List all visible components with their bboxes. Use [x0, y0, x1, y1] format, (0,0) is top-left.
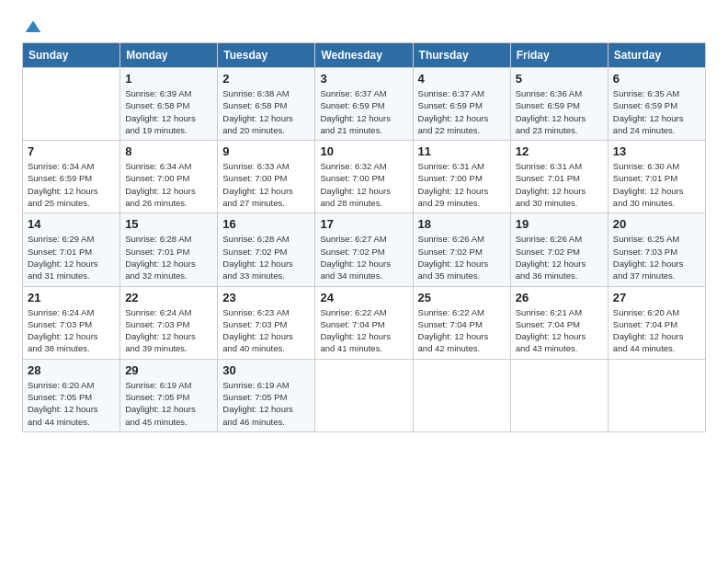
day-info: Sunrise: 6:20 AM Sunset: 7:04 PM Dayligh…: [613, 306, 700, 355]
calendar-cell: 9Sunrise: 6:33 AM Sunset: 7:00 PM Daylig…: [218, 141, 315, 213]
calendar-week-1: 1Sunrise: 6:39 AM Sunset: 6:58 PM Daylig…: [23, 68, 706, 141]
day-info: Sunrise: 6:23 AM Sunset: 7:03 PM Dayligh…: [222, 306, 310, 355]
day-info: Sunrise: 6:29 AM Sunset: 7:01 PM Dayligh…: [28, 233, 115, 282]
calendar-cell: 26Sunrise: 6:21 AM Sunset: 7:04 PM Dayli…: [510, 286, 608, 359]
calendar-cell: [608, 359, 705, 431]
day-number: 12: [516, 144, 603, 158]
day-number: 15: [125, 217, 212, 231]
day-info: Sunrise: 6:36 AM Sunset: 6:59 PM Dayligh…: [516, 87, 603, 136]
header-monday: Monday: [120, 43, 218, 68]
calendar-cell: 5Sunrise: 6:36 AM Sunset: 6:59 PM Daylig…: [510, 68, 608, 141]
calendar-week-2: 7Sunrise: 6:34 AM Sunset: 6:59 PM Daylig…: [23, 141, 706, 213]
day-number: 11: [418, 144, 506, 158]
day-number: 14: [28, 217, 115, 231]
day-number: 26: [516, 291, 603, 304]
day-number: 25: [418, 291, 506, 304]
day-info: Sunrise: 6:37 AM Sunset: 6:59 PM Dayligh…: [320, 87, 407, 136]
logo-icon: [24, 18, 42, 37]
day-info: Sunrise: 6:25 AM Sunset: 7:03 PM Dayligh…: [613, 233, 700, 282]
day-number: 21: [28, 291, 115, 304]
calendar-cell: 15Sunrise: 6:28 AM Sunset: 7:01 PM Dayli…: [120, 213, 218, 286]
day-info: Sunrise: 6:35 AM Sunset: 6:59 PM Dayligh…: [613, 87, 700, 136]
day-number: 19: [516, 217, 603, 231]
header-friday: Friday: [510, 43, 608, 68]
day-number: 13: [613, 144, 700, 158]
calendar-cell: 1Sunrise: 6:39 AM Sunset: 6:58 PM Daylig…: [120, 68, 218, 141]
day-number: 1: [125, 72, 212, 86]
header-tuesday: Tuesday: [218, 43, 315, 68]
calendar-cell: 19Sunrise: 6:26 AM Sunset: 7:02 PM Dayli…: [510, 213, 608, 286]
day-info: Sunrise: 6:21 AM Sunset: 7:04 PM Dayligh…: [516, 306, 603, 355]
calendar-table: SundayMondayTuesdayWednesdayThursdayFrid…: [22, 42, 706, 432]
day-info: Sunrise: 6:22 AM Sunset: 7:04 PM Dayligh…: [320, 306, 407, 355]
day-info: Sunrise: 6:30 AM Sunset: 7:01 PM Dayligh…: [613, 160, 700, 209]
day-info: Sunrise: 6:39 AM Sunset: 6:58 PM Dayligh…: [125, 87, 212, 136]
day-number: 24: [320, 291, 407, 304]
calendar-cell: 30Sunrise: 6:19 AM Sunset: 7:05 PM Dayli…: [218, 359, 315, 431]
day-number: 5: [516, 72, 603, 86]
day-number: 28: [28, 363, 115, 377]
calendar-cell: 18Sunrise: 6:26 AM Sunset: 7:02 PM Dayli…: [413, 213, 510, 286]
header-sunday: Sunday: [23, 43, 120, 68]
calendar-cell: 28Sunrise: 6:20 AM Sunset: 7:05 PM Dayli…: [23, 359, 120, 431]
day-info: Sunrise: 6:38 AM Sunset: 6:58 PM Dayligh…: [222, 87, 310, 136]
day-number: 29: [125, 363, 212, 377]
header-thursday: Thursday: [413, 43, 510, 68]
logo: [22, 18, 42, 37]
header-wednesday: Wednesday: [315, 43, 413, 68]
day-number: 2: [222, 72, 310, 86]
day-number: 22: [125, 291, 212, 304]
calendar-cell: 23Sunrise: 6:23 AM Sunset: 7:03 PM Dayli…: [218, 286, 315, 359]
day-info: Sunrise: 6:33 AM Sunset: 7:00 PM Dayligh…: [222, 160, 310, 209]
day-info: Sunrise: 6:22 AM Sunset: 7:04 PM Dayligh…: [418, 306, 506, 355]
calendar-cell: 22Sunrise: 6:24 AM Sunset: 7:03 PM Dayli…: [120, 286, 218, 359]
day-number: 8: [125, 144, 212, 158]
calendar-cell: [510, 359, 608, 431]
calendar-cell: 21Sunrise: 6:24 AM Sunset: 7:03 PM Dayli…: [23, 286, 120, 359]
page-header: [22, 18, 706, 37]
calendar-cell: 2Sunrise: 6:38 AM Sunset: 6:58 PM Daylig…: [218, 68, 315, 141]
calendar-week-3: 14Sunrise: 6:29 AM Sunset: 7:01 PM Dayli…: [23, 213, 706, 286]
day-info: Sunrise: 6:19 AM Sunset: 7:05 PM Dayligh…: [125, 379, 212, 428]
day-info: Sunrise: 6:27 AM Sunset: 7:02 PM Dayligh…: [320, 233, 407, 282]
day-number: 16: [222, 217, 310, 231]
day-info: Sunrise: 6:32 AM Sunset: 7:00 PM Dayligh…: [320, 160, 407, 209]
day-number: 7: [28, 144, 115, 158]
calendar-cell: 6Sunrise: 6:35 AM Sunset: 6:59 PM Daylig…: [608, 68, 705, 141]
day-info: Sunrise: 6:26 AM Sunset: 7:02 PM Dayligh…: [418, 233, 506, 282]
calendar-cell: 17Sunrise: 6:27 AM Sunset: 7:02 PM Dayli…: [315, 213, 413, 286]
svg-marker-0: [26, 21, 41, 33]
day-info: Sunrise: 6:28 AM Sunset: 7:02 PM Dayligh…: [222, 233, 310, 282]
day-number: 10: [320, 144, 407, 158]
day-info: Sunrise: 6:24 AM Sunset: 7:03 PM Dayligh…: [28, 306, 115, 355]
calendar-cell: 11Sunrise: 6:31 AM Sunset: 7:00 PM Dayli…: [413, 141, 510, 213]
day-number: 30: [222, 363, 310, 377]
day-info: Sunrise: 6:31 AM Sunset: 7:00 PM Dayligh…: [418, 160, 506, 209]
calendar-cell: 10Sunrise: 6:32 AM Sunset: 7:00 PM Dayli…: [315, 141, 413, 213]
header-saturday: Saturday: [608, 43, 705, 68]
day-info: Sunrise: 6:34 AM Sunset: 6:59 PM Dayligh…: [28, 160, 115, 209]
calendar-cell: 16Sunrise: 6:28 AM Sunset: 7:02 PM Dayli…: [218, 213, 315, 286]
calendar-cell: 14Sunrise: 6:29 AM Sunset: 7:01 PM Dayli…: [23, 213, 120, 286]
calendar-cell: 20Sunrise: 6:25 AM Sunset: 7:03 PM Dayli…: [608, 213, 705, 286]
day-info: Sunrise: 6:24 AM Sunset: 7:03 PM Dayligh…: [125, 306, 212, 355]
calendar-cell: [23, 68, 120, 141]
day-info: Sunrise: 6:20 AM Sunset: 7:05 PM Dayligh…: [28, 379, 115, 428]
calendar-cell: [315, 359, 413, 431]
day-number: 4: [418, 72, 506, 86]
calendar-cell: 29Sunrise: 6:19 AM Sunset: 7:05 PM Dayli…: [120, 359, 218, 431]
day-number: 23: [222, 291, 310, 304]
calendar-week-4: 21Sunrise: 6:24 AM Sunset: 7:03 PM Dayli…: [23, 286, 706, 359]
calendar-cell: 4Sunrise: 6:37 AM Sunset: 6:59 PM Daylig…: [413, 68, 510, 141]
calendar-cell: [413, 359, 510, 431]
day-info: Sunrise: 6:37 AM Sunset: 6:59 PM Dayligh…: [418, 87, 506, 136]
day-number: 18: [418, 217, 506, 231]
calendar-cell: 8Sunrise: 6:34 AM Sunset: 7:00 PM Daylig…: [120, 141, 218, 213]
calendar-cell: 3Sunrise: 6:37 AM Sunset: 6:59 PM Daylig…: [315, 68, 413, 141]
calendar-cell: 25Sunrise: 6:22 AM Sunset: 7:04 PM Dayli…: [413, 286, 510, 359]
day-info: Sunrise: 6:34 AM Sunset: 7:00 PM Dayligh…: [125, 160, 212, 209]
day-number: 3: [320, 72, 407, 86]
day-number: 20: [613, 217, 700, 231]
day-info: Sunrise: 6:31 AM Sunset: 7:01 PM Dayligh…: [516, 160, 603, 209]
calendar-cell: 7Sunrise: 6:34 AM Sunset: 6:59 PM Daylig…: [23, 141, 120, 213]
